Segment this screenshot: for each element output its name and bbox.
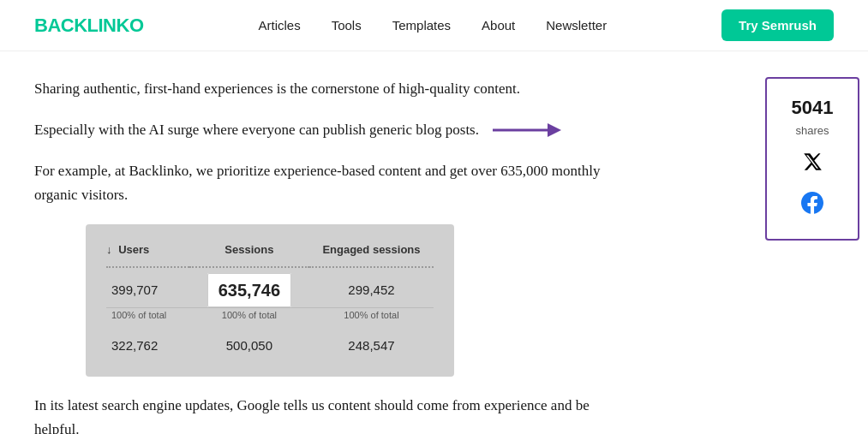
page-content: 5041 shares Sharing authentic, first-han…	[0, 51, 868, 434]
share-widget: 5041 shares	[765, 77, 859, 241]
paragraph-3: For example, at Backlinko, we prioritize…	[34, 159, 617, 207]
col-sessions-header: Sessions	[189, 241, 309, 267]
table-row-1-sub: 100% of total 100% of total 100% of tota…	[106, 307, 434, 330]
analytics-table-wrap: ↓ Users Sessions Engaged sessions 399,70…	[86, 224, 454, 376]
share-label: shares	[775, 122, 849, 140]
row1-engaged-sub: 100% of total	[309, 307, 434, 330]
row1-sessions: 635,746	[189, 267, 309, 308]
facebook-icon[interactable]	[801, 189, 823, 225]
try-semrush-button[interactable]: Try Semrush	[721, 9, 834, 41]
nav-item-articles[interactable]: Articles	[258, 15, 300, 37]
col-users-header: ↓ Users	[106, 241, 189, 267]
table-row-1: 399,707 635,746 299,452	[106, 267, 434, 308]
content-area: Sharing authentic, first-hand experience…	[34, 77, 617, 434]
share-count: 5041	[775, 92, 849, 122]
share-icons	[775, 151, 849, 225]
paragraph-2-with-arrow: Especially with the AI surge where every…	[34, 118, 617, 142]
twitter-icon[interactable]	[802, 151, 823, 181]
nav-item-newsletter[interactable]: Newsletter	[546, 15, 607, 37]
nav-links: Articles Tools Templates About Newslette…	[258, 15, 607, 37]
paragraph-4: In its latest search engine updates, Goo…	[34, 394, 617, 434]
row2-sessions: 500,050	[189, 330, 309, 360]
paragraph-2: Especially with the AI surge where every…	[34, 118, 479, 142]
row1-users-sub: 100% of total	[106, 307, 189, 330]
row1-users: 399,707	[106, 267, 189, 308]
sort-arrow-icon: ↓	[106, 241, 112, 259]
row2-users: 322,762	[106, 330, 189, 360]
navigation: BACKLINKO Articles Tools Templates About…	[0, 0, 868, 51]
table-row-2: 322,762 500,050 248,547	[106, 330, 434, 360]
nav-item-templates[interactable]: Templates	[392, 15, 451, 37]
analytics-table: ↓ Users Sessions Engaged sessions 399,70…	[106, 241, 434, 359]
nav-item-about[interactable]: About	[482, 15, 515, 37]
row2-engaged: 248,547	[309, 330, 434, 360]
nav-item-tools[interactable]: Tools	[332, 15, 362, 37]
col-engaged-header: Engaged sessions	[309, 241, 434, 267]
row1-sessions-sub: 100% of total	[189, 307, 309, 330]
svg-marker-1	[548, 123, 561, 137]
row1-engaged: 299,452	[309, 267, 434, 308]
paragraph-1: Sharing authentic, first-hand experience…	[34, 77, 617, 101]
logo[interactable]: BACKLINKO	[34, 10, 144, 40]
right-arrow-icon	[493, 121, 561, 140]
